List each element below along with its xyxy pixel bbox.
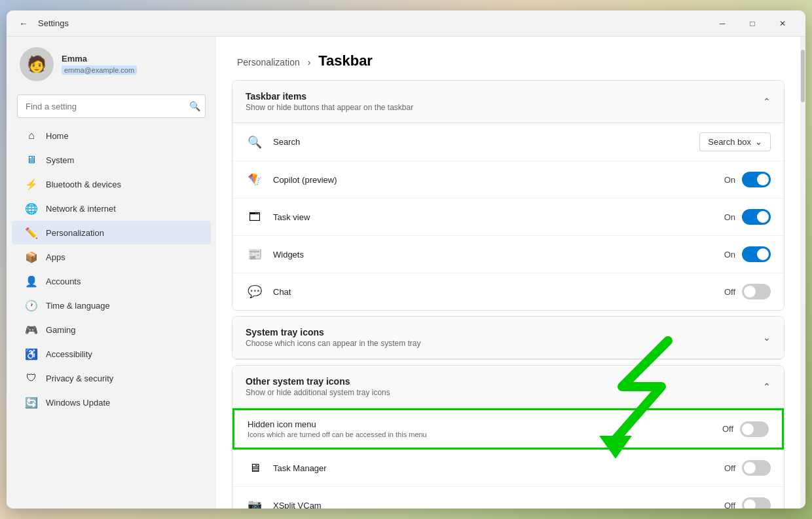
sidebar-item-network[interactable]: 🌐 Network & internet <box>12 197 211 220</box>
section-title: Other system tray icons <box>246 376 390 387</box>
hidden-icon-toggle-label: Off <box>722 424 733 434</box>
sidebar-item-gaming[interactable]: 🎮 Gaming <box>12 318 211 341</box>
sidebar-item-update[interactable]: 🔄 Windows Update <box>12 391 211 414</box>
apps-icon: 📦 <box>25 250 38 263</box>
sidebar-item-label: Gaming <box>46 325 76 335</box>
xsplit-label: XSplit VCam <box>273 501 724 509</box>
chat-toggle[interactable] <box>742 284 771 299</box>
title-bar: ← Settings ─ □ ✕ <box>7 10 805 37</box>
search-row-control: Search box ⌄ <box>699 132 771 151</box>
chat-icon: 💬 <box>246 282 264 301</box>
task-manager-toggle[interactable] <box>742 460 771 476</box>
bluetooth-icon: ⚡ <box>25 178 38 191</box>
taskbar-items-header[interactable]: Taskbar items Show or hide buttons that … <box>232 81 784 123</box>
sidebar-item-label: Home <box>46 131 69 141</box>
widgets-row-control: On <box>724 246 771 262</box>
toggle-slider <box>742 497 771 509</box>
hidden-icon-toggle[interactable] <box>740 421 769 437</box>
maximize-button[interactable]: □ <box>737 13 767 34</box>
network-icon: 🌐 <box>25 202 38 215</box>
sidebar-item-bluetooth[interactable]: ⚡ Bluetooth & devices <box>12 172 211 196</box>
search-row-label: Search <box>273 137 699 147</box>
sidebar-item-label: Personalization <box>46 228 104 238</box>
user-name: Emma <box>62 54 203 64</box>
close-button[interactable]: ✕ <box>767 13 798 34</box>
copilot-row-control: On <box>724 172 771 187</box>
taskview-row-label: Task view <box>273 212 724 222</box>
xsplit-toggle[interactable] <box>742 497 771 509</box>
sidebar-item-accessibility[interactable]: ♿ Accessibility <box>12 342 211 366</box>
section-subtitle: Show or hide additional system tray icon… <box>246 388 390 397</box>
system-tray-section: System tray icons Choose which icons can… <box>232 316 784 360</box>
sidebar-nav: ⌂ Home 🖥 System ⚡ Bluetooth & devices 🌐 … <box>7 123 216 415</box>
search-dropdown[interactable]: Search box ⌄ <box>699 132 771 151</box>
search-icon[interactable]: 🔍 <box>189 101 200 111</box>
sidebar-item-privacy[interactable]: 🛡 Privacy & security <box>12 366 211 390</box>
task-manager-row: 🖥 Task Manager Off <box>232 450 784 487</box>
window-controls: ─ □ ✕ <box>707 13 798 34</box>
section-header-left: Other system tray icons Show or hide add… <box>246 376 390 397</box>
taskview-setting-row: 🗔 Task view On <box>232 199 784 236</box>
sidebar-item-label: Time & language <box>46 301 110 311</box>
main-wrapper: Personalization › Taskbar Taskbar items … <box>216 37 800 509</box>
user-info: Emma emma@example.com <box>62 54 203 75</box>
chat-toggle-label: Off <box>724 287 735 297</box>
widgets-toggle[interactable] <box>742 246 771 262</box>
search-box-container: 🔍 <box>17 94 206 118</box>
xsplit-row: 📷 XSplit VCam Off <box>232 487 784 509</box>
search-dropdown-value: Search box <box>708 137 751 147</box>
sidebar-item-label: Privacy & security <box>46 374 113 383</box>
copilot-toggle-label: On <box>724 175 735 185</box>
sidebar-item-personalization[interactable]: ✏️ Personalization <box>12 221 211 244</box>
hidden-icon-menu-label: Hidden icon menu Icons which are turned … <box>248 419 722 438</box>
section-subtitle: Show or hide buttons that appear on the … <box>246 103 413 112</box>
main-content: Personalization › Taskbar Taskbar items … <box>216 37 800 509</box>
sidebar-item-time[interactable]: 🕐 Time & language <box>12 294 211 317</box>
toggle-slider <box>742 172 771 187</box>
toggle-slider <box>742 284 771 299</box>
chat-row-control: Off <box>724 284 771 299</box>
xsplit-toggle-label: Off <box>724 501 735 509</box>
sidebar-item-label: Bluetooth & devices <box>46 180 121 189</box>
home-icon: ⌂ <box>25 129 38 142</box>
sidebar-item-accounts[interactable]: 👤 Accounts <box>12 269 211 293</box>
task-manager-control: Off <box>724 460 771 476</box>
hidden-icon-menu-row: Hidden icon menu Icons which are turned … <box>232 408 784 450</box>
scrollbar-thumb[interactable] <box>801 50 805 102</box>
sidebar-item-home[interactable]: ⌂ Home <box>12 124 211 147</box>
breadcrumb-current: Taskbar <box>318 52 373 69</box>
sidebar-item-system[interactable]: 🖥 System <box>12 148 211 172</box>
chevron-down-icon: ⌄ <box>755 137 762 147</box>
update-icon: 🔄 <box>25 396 38 409</box>
minimize-button[interactable]: ─ <box>707 13 737 34</box>
section-subtitle: Choose which icons can appear in the sys… <box>246 339 420 348</box>
search-setting-row: 🔍 Search Search box ⌄ <box>232 123 784 161</box>
copilot-icon: 🪁 <box>246 170 264 189</box>
title-bar-left: ← Settings <box>14 14 707 33</box>
chat-row-label: Chat <box>273 287 724 297</box>
sidebar-item-apps[interactable]: 📦 Apps <box>12 245 211 269</box>
system-tray-header[interactable]: System tray icons Choose which icons can… <box>232 317 784 359</box>
task-manager-label: Task Manager <box>273 463 724 473</box>
widgets-icon: 📰 <box>246 245 264 263</box>
widgets-toggle-label: On <box>724 250 735 260</box>
back-button[interactable]: ← <box>14 14 33 33</box>
section-header-left: Taskbar items Show or hide buttons that … <box>246 91 413 112</box>
toggle-slider <box>742 209 771 225</box>
taskview-toggle-label: On <box>724 212 735 222</box>
copilot-toggle[interactable] <box>742 172 771 187</box>
sidebar-item-label: Network & internet <box>46 204 116 214</box>
toggle-slider <box>742 460 771 476</box>
settings-window: ← Settings ─ □ ✕ 🧑 Emma emma@example.com <box>7 10 805 509</box>
avatar: 🧑 <box>20 47 54 81</box>
scrollbar[interactable] <box>800 37 805 509</box>
collapse-icon: ⌃ <box>763 381 771 392</box>
search-input[interactable] <box>17 94 206 118</box>
other-tray-header[interactable]: Other system tray icons Show or hide add… <box>232 366 784 408</box>
taskview-icon: 🗔 <box>246 208 264 226</box>
widgets-setting-row: 📰 Widgets On <box>232 236 784 273</box>
user-section: 🧑 Emma emma@example.com <box>7 37 216 92</box>
other-tray-section: Other system tray icons Show or hide add… <box>232 365 784 509</box>
taskview-toggle[interactable] <box>742 209 771 225</box>
section-title: System tray icons <box>246 327 420 337</box>
